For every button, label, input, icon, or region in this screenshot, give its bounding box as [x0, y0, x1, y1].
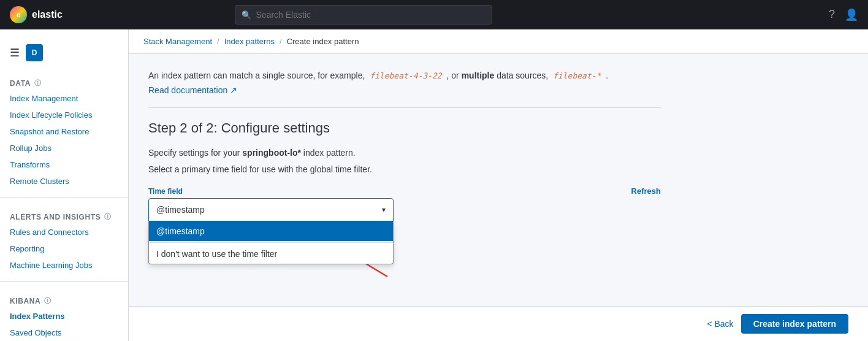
- sidebar: ☰ D Data ⓘ Index Management Index Lifecy…: [0, 29, 129, 341]
- create-index-pattern-button[interactable]: Create index pattern: [741, 314, 848, 334]
- sidebar-item-rules[interactable]: Rules and Connectors: [0, 224, 128, 240]
- data-info-icon[interactable]: ⓘ: [34, 79, 42, 88]
- sidebar-item-ilp[interactable]: Index Lifecycle Policies: [0, 107, 128, 123]
- elastic-logo-text: elastic: [32, 9, 63, 20]
- search-bar[interactable]: 🔍: [235, 5, 492, 25]
- info-text-paragraph: An index pattern can match a single sour…: [148, 69, 661, 83]
- sidebar-section-alerts: Alerts and Insights ⓘ: [0, 205, 128, 224]
- step-desc-2: Select a primary time field for use with…: [148, 164, 661, 174]
- bottom-action-bar: < Back Create index pattern: [129, 306, 868, 341]
- dropdown-separator: [149, 242, 393, 243]
- dropdown-option-no-filter[interactable]: I don't want to use the time filter: [149, 244, 393, 264]
- sidebar-item-snapshot[interactable]: Snapshot and Restore: [0, 123, 128, 140]
- breadcrumb-stack-management[interactable]: Stack Management: [143, 37, 212, 46]
- dropdown-option-timestamp[interactable]: @timestamp: [149, 221, 393, 241]
- breadcrumb-sep-2: /: [280, 37, 282, 46]
- help-icon[interactable]: ?: [829, 8, 835, 21]
- hamburger-icon[interactable]: ☰: [10, 46, 20, 59]
- sidebar-item-index-management[interactable]: Index Management: [0, 90, 128, 107]
- time-field-label: Time field Refresh: [148, 186, 661, 196]
- read-doc-link[interactable]: Read documentation ↗: [148, 85, 237, 95]
- dropdown-selected-value: @timestamp: [156, 205, 205, 215]
- elastic-logo: e elastic: [10, 6, 63, 23]
- step-title: Step 2 of 2: Configure settings: [148, 120, 661, 136]
- sidebar-user-avatar[interactable]: D: [26, 44, 43, 61]
- sidebar-item-remote-clusters[interactable]: Remote Clusters: [0, 173, 128, 190]
- refresh-link[interactable]: Refresh: [631, 186, 661, 196]
- info-code-1: filebeat-4-3-22: [367, 71, 444, 81]
- elastic-logo-icon: e: [10, 6, 27, 23]
- kibana-info-icon[interactable]: ⓘ: [44, 296, 51, 305]
- chevron-down-icon: ▾: [382, 205, 386, 214]
- search-icon: 🔍: [242, 10, 251, 20]
- time-field-dropdown-menu: @timestamp I don't want to use the time …: [148, 221, 394, 264]
- sidebar-item-transforms[interactable]: Transforms: [0, 156, 128, 173]
- breadcrumb-index-patterns[interactable]: Index patterns: [224, 37, 275, 46]
- sidebar-section-kibana: Kibana ⓘ: [0, 289, 128, 308]
- time-field-dropdown[interactable]: @timestamp ▾: [148, 198, 394, 221]
- back-button[interactable]: < Back: [707, 319, 733, 329]
- time-field-section: Time field Refresh @timestamp ▾ @timesta…: [148, 186, 661, 221]
- sidebar-section-data: Data ⓘ: [0, 71, 128, 90]
- search-input[interactable]: [256, 10, 485, 20]
- content-divider: [148, 107, 661, 108]
- sidebar-item-saved-objects[interactable]: Saved Objects: [0, 324, 128, 341]
- nav-icons: ? 👤: [829, 8, 858, 21]
- info-code-2: filebeat-*: [550, 71, 603, 81]
- top-nav: e elastic 🔍 ? 👤: [0, 0, 868, 29]
- step-desc-1: Specify settings for your springboot-lo*…: [148, 146, 661, 159]
- breadcrumb-bar: Stack Management / Index patterns / Crea…: [129, 29, 868, 54]
- breadcrumb-sep-1: /: [217, 37, 219, 46]
- alerts-info-icon[interactable]: ⓘ: [104, 212, 112, 221]
- layout: ☰ D Data ⓘ Index Management Index Lifecy…: [0, 29, 868, 341]
- breadcrumb-current: Create index pattern: [287, 37, 359, 46]
- sidebar-item-index-patterns[interactable]: Index Patterns: [0, 308, 128, 324]
- sidebar-item-ml-jobs[interactable]: Machine Learning Jobs: [0, 257, 128, 274]
- sidebar-item-rollup[interactable]: Rollup Jobs: [0, 140, 128, 156]
- sidebar-item-reporting[interactable]: Reporting: [0, 240, 128, 257]
- user-icon[interactable]: 👤: [845, 8, 858, 21]
- main-content: An index pattern can match a single sour…: [129, 54, 868, 341]
